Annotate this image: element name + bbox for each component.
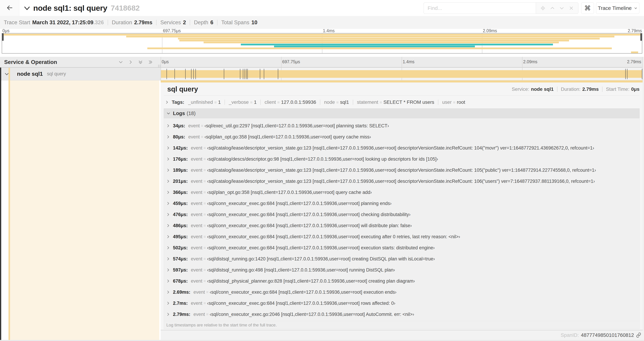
locate-icon[interactable]: [540, 6, 546, 11]
tag-value: SELECT * FROM users: [384, 100, 434, 105]
tag-value: root: [457, 100, 465, 105]
log-marker[interactable]: [248, 69, 248, 79]
trace-collapse-chevron-icon[interactable]: [24, 5, 30, 12]
minimap-left-handle[interactable]: [2, 34, 4, 41]
tag-equals: =: [250, 100, 252, 105]
logs-count: (18): [186, 111, 196, 116]
tag-item: client=127.0.0.1:59936: [264, 100, 316, 105]
span-duration-bar[interactable]: [161, 70, 642, 78]
selected-row-accent: [0, 68, 1, 340]
log-marker[interactable]: [625, 69, 626, 79]
tag-key: statement: [357, 100, 378, 105]
tags-label: Tags:: [172, 100, 184, 105]
log-field-key: event: [191, 145, 202, 151]
minimap-canvas[interactable]: [2, 33, 642, 54]
log-timestamp: 2.79ms:: [173, 312, 190, 317]
back-button[interactable]: [0, 0, 20, 16]
operation-name: sql query: [47, 71, 66, 77]
view-selector-button[interactable]: Trace Timeline: [596, 3, 639, 14]
log-marker[interactable]: [191, 69, 192, 79]
info-label: Total Spans: [221, 20, 249, 26]
log-marker[interactable]: [264, 69, 264, 79]
log-row[interactable]: 2.79ms:event=‹sql/conn_executor_exec.go:…: [164, 309, 639, 320]
chevron-down-icon[interactable]: [559, 6, 564, 11]
tags-accordion[interactable]: Tags: _unfinished=1_verbose=1client=127.…: [161, 96, 642, 109]
log-row[interactable]: 2.69ms:event=‹sql/conn_executor_exec.go:…: [164, 287, 639, 298]
log-field-key: event: [191, 212, 202, 217]
log-equals: =: [204, 190, 206, 195]
log-marker[interactable]: [260, 69, 260, 79]
log-row[interactable]: 502μs:event=‹sql/conn_executor_exec.go:6…: [164, 242, 639, 253]
collapse-one-icon[interactable]: [118, 60, 123, 65]
log-timestamp: 476μs:: [173, 212, 188, 217]
log-row[interactable]: 486μs:event=‹sql/conn_executor_exec.go:6…: [164, 220, 639, 231]
meta-value: node sql1: [531, 87, 554, 92]
find-input[interactable]: [424, 3, 536, 14]
log-field-key: event: [191, 156, 202, 162]
log-marker[interactable]: [166, 69, 167, 79]
log-row[interactable]: 2.7ms:event=‹sql/conn_executor_exec.go:6…: [164, 298, 639, 309]
log-marker[interactable]: [246, 69, 246, 79]
log-marker[interactable]: [278, 69, 278, 79]
log-equals: =: [206, 312, 208, 317]
log-row[interactable]: 176μs:event=‹sql/catalog/descs/descripto…: [164, 154, 639, 165]
expand-all-icon[interactable]: [148, 60, 153, 65]
info-separator: [108, 20, 108, 25]
log-field-key: event: [191, 223, 202, 228]
log-row[interactable]: 597μs:event=‹sql/distsql_running.go:498 …: [164, 264, 639, 275]
chevron-up-icon[interactable]: [550, 6, 555, 11]
right-margin: [642, 57, 644, 330]
log-field-value: ‹sql/distsql_running.go:498 [nsql1,clien…: [207, 267, 395, 273]
log-row[interactable]: 201μs:event=‹sql/catalog/lease/descripto…: [164, 176, 639, 187]
log-row[interactable]: 476μs:event=‹sql/conn_executor_exec.go:6…: [164, 209, 639, 220]
log-marker[interactable]: [627, 69, 628, 79]
log-row[interactable]: 366μs:event=‹sql/plan_opt.go:358 [nsql1,…: [164, 187, 639, 198]
span-row-label-cell[interactable]: node sql1 sql query: [0, 68, 161, 80]
span-row-bar-cell[interactable]: [161, 68, 642, 80]
minimap-right-handle[interactable]: [640, 34, 642, 41]
log-expand-chevron-icon: [166, 257, 170, 261]
tag-key: client: [264, 100, 276, 105]
expand-one-icon[interactable]: [128, 60, 133, 65]
log-row[interactable]: 459μs:event=‹sql/conn_executor_exec.go:6…: [164, 198, 639, 209]
keyboard-shortcuts-button[interactable]: ⌘: [581, 3, 594, 14]
log-expand-chevron-icon: [166, 235, 170, 239]
tag-separator: [260, 100, 261, 105]
log-marker[interactable]: [642, 69, 642, 79]
log-timestamp: 142μs:: [173, 145, 188, 151]
info-label: Depth: [194, 20, 208, 26]
log-marker[interactable]: [224, 69, 224, 79]
log-row[interactable]: 189μs:event=‹sql/catalog/lease/descripto…: [164, 165, 639, 176]
trace-info-item: Services2: [160, 20, 186, 26]
tag-item: user=root: [442, 100, 465, 105]
log-row[interactable]: 34μs:event=‹sql/exec_util.go:2297 [nsql1…: [164, 120, 639, 131]
log-timestamp: 486μs:: [173, 223, 188, 228]
log-marker[interactable]: [193, 69, 194, 79]
log-row[interactable]: 142μs:event=‹sql/catalog/lease/descripto…: [164, 142, 639, 154]
log-marker[interactable]: [243, 69, 243, 79]
log-field-value: ‹sql/exec_util.go:2297 [nsql1,client=127…: [204, 123, 389, 129]
log-row[interactable]: 80μs:event=‹sql/plan_opt.go:358 [nsql1,c…: [164, 131, 639, 142]
deep-link-icon[interactable]: [636, 332, 641, 338]
minimap-tick-label: 0μs: [2, 28, 10, 33]
span-row: node sql1 sql query: [0, 68, 644, 80]
log-marker[interactable]: [196, 69, 196, 79]
find-group: [424, 3, 578, 14]
log-row[interactable]: 574μs:event=‹sql/distsql_running.go:1420…: [164, 253, 639, 264]
service-color-stripe: [8, 68, 10, 340]
log-marker[interactable]: [244, 69, 245, 79]
log-field-value: ‹sql/conn_executor_exec.go:684 [nsql1,cl…: [207, 301, 396, 306]
detail-header: sql query Service:node sql1Duration:2.79…: [164, 83, 640, 96]
log-timestamp: 2.69ms:: [173, 289, 190, 295]
logs-accordion-header[interactable]: Logs (18): [164, 109, 640, 118]
span-detail-panel: sql query Service:node sql1Duration:2.79…: [161, 80, 642, 330]
log-equals: =: [206, 290, 208, 294]
log-marker[interactable]: [185, 69, 186, 79]
log-row[interactable]: 495μs:event=‹sql/conn_executor_exec.go:6…: [164, 231, 639, 242]
collapse-all-icon[interactable]: [138, 60, 143, 65]
log-marker[interactable]: [174, 69, 175, 79]
log-row[interactable]: 678μs:event=‹sql/distsql_physical_planne…: [164, 275, 639, 287]
log-marker[interactable]: [240, 69, 240, 79]
log-timestamp: 459μs:: [173, 201, 188, 206]
close-icon[interactable]: [569, 6, 574, 11]
